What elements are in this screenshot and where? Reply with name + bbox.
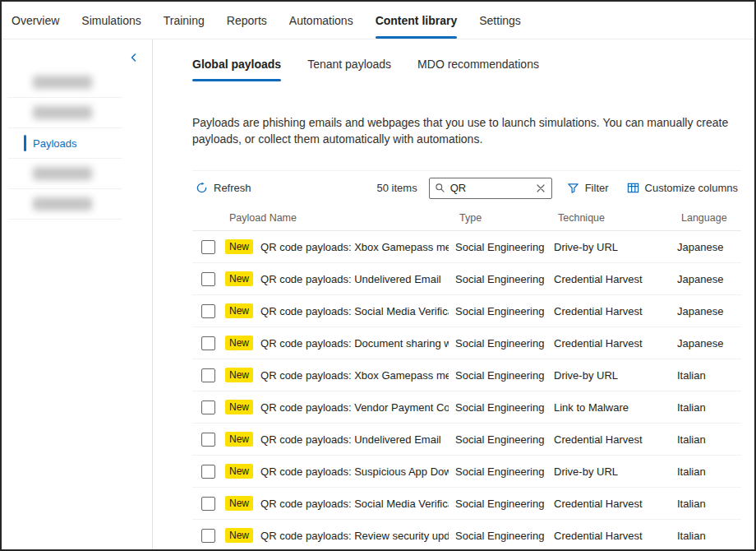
table-row[interactable]: NewQR code payloads: Undelivered EmailSo… (192, 263, 741, 295)
payload-language: Japanese (677, 273, 741, 285)
sidebar: Payloads (2, 39, 153, 549)
redacted-label (33, 76, 92, 89)
tab-tenant-payloads[interactable]: Tenant payloads (307, 54, 391, 81)
payload-technique: Credential Harvest (554, 273, 677, 285)
checkbox-cell (192, 368, 225, 382)
row-checkbox[interactable] (201, 272, 215, 286)
customize-columns-icon (627, 182, 639, 194)
tab-mdo-recommendations[interactable]: MDO recommendations (417, 54, 539, 81)
row-checkbox[interactable] (201, 401, 215, 414)
sidebar-items: Payloads (2, 67, 152, 220)
row-checkbox[interactable] (201, 433, 215, 447)
table-row[interactable]: NewQR code payloads: Social Media Verifi… (192, 295, 741, 327)
payload-technique: Credential Harvest (554, 433, 677, 446)
customize-columns-button[interactable]: Customize columns (624, 178, 741, 197)
payload-name-cell: NewQR code payloads: Vendor Payment Conf… (225, 400, 455, 414)
row-checkbox[interactable] (201, 336, 215, 350)
checkbox-cell (192, 401, 225, 414)
refresh-button[interactable]: Refresh (192, 178, 255, 197)
filter-button[interactable]: Filter (564, 178, 612, 197)
search-input[interactable] (450, 182, 530, 194)
nav-item-training[interactable]: Training (164, 2, 205, 39)
table-row[interactable]: NewQR code payloads: Xbox Gamepass membe… (192, 231, 741, 263)
row-checkbox[interactable] (201, 240, 215, 254)
payload-technique: Credential Harvest (554, 337, 677, 350)
payload-language: Italian (677, 401, 741, 414)
row-checkbox[interactable] (201, 304, 215, 318)
payload-type: Social Engineering (455, 530, 554, 542)
payload-name: QR code payloads: Xbox Gamepass member… (260, 241, 449, 253)
checkbox-cell (192, 272, 225, 286)
table-body: NewQR code payloads: Xbox Gamepass membe… (192, 231, 741, 549)
payload-type: Social Engineering (455, 369, 554, 382)
new-badge: New (225, 464, 253, 479)
table-row[interactable]: NewQR code payloads: Xbox Gamepass membe… (192, 359, 741, 391)
payload-name: QR code payloads: Undelivered Email (260, 273, 441, 285)
row-checkbox[interactable] (201, 497, 215, 511)
payload-name: QR code payloads: Review security update (260, 530, 449, 542)
payload-language: Italian (677, 465, 741, 478)
payload-type: Social Engineering (455, 305, 554, 317)
payload-name-cell: NewQR code payloads: Social Media Verifi… (225, 303, 455, 318)
nav-item-automations[interactable]: Automations (289, 2, 353, 39)
nav-item-simulations[interactable]: Simulations (81, 2, 141, 39)
items-count: 50 items (377, 182, 417, 194)
nav-item-settings[interactable]: Settings (479, 2, 521, 39)
nav-item-reports[interactable]: Reports (227, 2, 267, 39)
sidebar-item-redacted[interactable] (8, 98, 122, 128)
payload-technique: Drive-by URL (554, 465, 677, 478)
redacted-label (33, 197, 92, 211)
payload-name-cell: NewQR code payloads: Document sharing wi… (225, 336, 455, 350)
table-row[interactable]: NewQR code payloads: Social Media Verifi… (192, 488, 741, 520)
page-description: Payloads are phishing emails and webpage… (192, 114, 731, 147)
payload-name: QR code payloads: Suspicious App Downloa… (260, 465, 449, 478)
payload-language: Japanese (677, 305, 741, 317)
new-badge: New (225, 528, 253, 543)
payload-name-cell: NewQR code payloads: Undelivered Email (225, 271, 455, 286)
table-row[interactable]: NewQR code payloads: Undelivered EmailSo… (192, 424, 741, 456)
search-icon (435, 183, 445, 193)
payload-name-cell: NewQR code payloads: Undelivered Email (225, 432, 455, 447)
payload-type: Social Engineering (455, 401, 554, 414)
sidebar-item-redacted[interactable] (8, 189, 122, 220)
new-badge: New (225, 496, 253, 511)
table-header: Payload NameTypeTechniqueLanguage (192, 205, 741, 231)
search-box[interactable] (429, 178, 552, 199)
new-badge: New (225, 239, 253, 254)
checkbox-cell (192, 336, 225, 350)
sidebar-item-redacted[interactable] (8, 67, 122, 98)
row-checkbox[interactable] (201, 368, 215, 382)
new-badge: New (225, 336, 253, 350)
payload-technique: Credential Harvest (554, 530, 677, 542)
row-checkbox[interactable] (201, 529, 215, 543)
table-row[interactable]: NewQR code payloads: Review security upd… (192, 520, 741, 549)
payload-type: Social Engineering (455, 433, 554, 446)
payload-technique: Credential Harvest (554, 305, 677, 317)
sidebar-collapse-button[interactable] (126, 49, 142, 66)
sidebar-item-label: Payloads (33, 137, 76, 150)
payload-name-cell: NewQR code payloads: Social Media Verifi… (225, 496, 455, 511)
clear-search-icon[interactable] (535, 183, 546, 194)
tab-global-payloads[interactable]: Global payloads (192, 54, 281, 81)
row-checkbox[interactable] (201, 465, 215, 479)
table-row[interactable]: NewQR code payloads: Suspicious App Down… (192, 456, 741, 488)
nav-item-content-library[interactable]: Content library (376, 2, 458, 39)
table-row[interactable]: NewQR code payloads: Document sharing wi… (192, 327, 741, 359)
checkbox-cell (192, 497, 225, 511)
sidebar-item-redacted[interactable] (8, 159, 122, 189)
payload-technique: Drive-by URL (554, 369, 677, 382)
payload-type: Social Engineering (455, 465, 554, 478)
table-row[interactable]: NewQR code payloads: Vendor Payment Conf… (192, 391, 741, 424)
payload-type: Social Engineering (455, 498, 554, 510)
toolbar-right-group: 50 items Filter (377, 178, 741, 199)
chevron-left-icon (129, 53, 139, 63)
payload-language: Italian (677, 530, 741, 542)
column-header-payload-name: Payload Name (225, 212, 455, 224)
sidebar-item-payloads[interactable]: Payloads (8, 128, 122, 159)
redacted-label (33, 106, 92, 119)
nav-item-overview[interactable]: Overview (12, 2, 59, 39)
payload-language: Italian (677, 369, 741, 382)
payload-name: QR code payloads: Social Media Verificat… (260, 498, 449, 510)
redacted-label (33, 167, 92, 180)
payload-type: Social Engineering (455, 273, 554, 285)
